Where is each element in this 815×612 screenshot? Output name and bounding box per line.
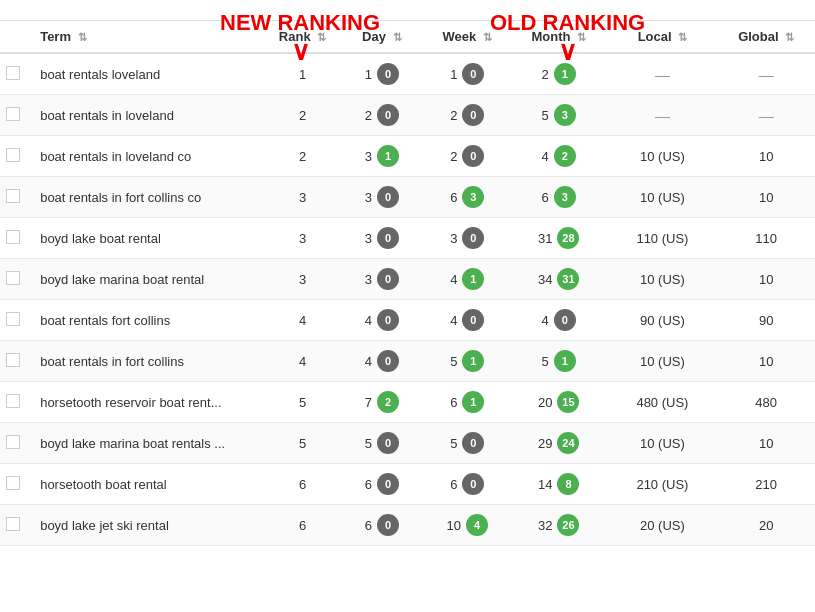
row-checkbox-cell — [0, 95, 34, 136]
row-day: 60 — [339, 505, 424, 546]
row-month: 3226 — [510, 505, 608, 546]
row-month: 2015 — [510, 382, 608, 423]
table-row: boyd lake boat rental330303128110 (US)11… — [0, 218, 815, 259]
row-day: 40 — [339, 341, 424, 382]
row-month: 53 — [510, 95, 608, 136]
row-checkbox-cell — [0, 136, 34, 177]
row-rank: 3 — [266, 218, 339, 259]
row-local: 10 (US) — [608, 259, 718, 300]
row-rank: 3 — [266, 177, 339, 218]
table-row: boat rentals in loveland co231204210 (US… — [0, 136, 815, 177]
row-checkbox-cell — [0, 218, 34, 259]
new-ranking-label: NEW RANKING ∨ — [220, 10, 380, 64]
row-rank: 5 — [266, 382, 339, 423]
row-day: 30 — [339, 259, 424, 300]
row-global: 10 — [717, 423, 815, 464]
row-week: 63 — [425, 177, 510, 218]
row-checkbox-cell — [0, 259, 34, 300]
row-week: 40 — [425, 300, 510, 341]
table-row: horsetooth reservoir boat rent...5726120… — [0, 382, 815, 423]
row-checkbox[interactable] — [6, 517, 20, 531]
table-row: boat rentals fort collins440404090 (US)9… — [0, 300, 815, 341]
col-header-check — [0, 21, 34, 54]
row-term: boat rentals in loveland — [34, 95, 266, 136]
row-global: 90 — [717, 300, 815, 341]
row-checkbox-cell — [0, 53, 34, 95]
row-local: 20 (US) — [608, 505, 718, 546]
row-term: boyd lake marina boat rental — [34, 259, 266, 300]
row-rank: 6 — [266, 464, 339, 505]
row-week: 61 — [425, 382, 510, 423]
row-day: 50 — [339, 423, 424, 464]
row-checkbox[interactable] — [6, 271, 20, 285]
table-row: horsetooth boat rental66060148210 (US)21… — [0, 464, 815, 505]
row-rank: 6 — [266, 505, 339, 546]
row-rank: 4 — [266, 341, 339, 382]
row-global: 210 — [717, 464, 815, 505]
row-checkbox-cell — [0, 423, 34, 464]
table-row: boat rentals in fort collins440515110 (U… — [0, 341, 815, 382]
table-row: boyd lake marina boat rental33041343110 … — [0, 259, 815, 300]
row-checkbox[interactable] — [6, 312, 20, 326]
row-day: 30 — [339, 218, 424, 259]
row-week: 20 — [425, 95, 510, 136]
row-global: — — [717, 95, 815, 136]
row-term: horsetooth boat rental — [34, 464, 266, 505]
row-local: 10 (US) — [608, 341, 718, 382]
row-checkbox[interactable] — [6, 189, 20, 203]
row-local: 10 (US) — [608, 136, 718, 177]
row-global: 480 — [717, 382, 815, 423]
row-checkbox[interactable] — [6, 148, 20, 162]
rankings-table: Term ⇅ Rank ⇅ Day ⇅ Week ⇅ Month ⇅ Local… — [0, 20, 815, 546]
row-local: 110 (US) — [608, 218, 718, 259]
row-checkbox[interactable] — [6, 230, 20, 244]
row-checkbox[interactable] — [6, 353, 20, 367]
row-month: 63 — [510, 177, 608, 218]
row-global: 10 — [717, 177, 815, 218]
row-week: 41 — [425, 259, 510, 300]
row-term: boat rentals in fort collins co — [34, 177, 266, 218]
row-checkbox[interactable] — [6, 394, 20, 408]
row-checkbox[interactable] — [6, 66, 20, 80]
row-checkbox[interactable] — [6, 476, 20, 490]
row-global: — — [717, 53, 815, 95]
row-day: 20 — [339, 95, 424, 136]
table-header-row: Term ⇅ Rank ⇅ Day ⇅ Week ⇅ Month ⇅ Local… — [0, 21, 815, 54]
row-term: boyd lake boat rental — [34, 218, 266, 259]
row-checkbox[interactable] — [6, 107, 20, 121]
row-term: boyd lake marina boat rentals ... — [34, 423, 266, 464]
row-rank: 3 — [266, 259, 339, 300]
row-term: boat rentals fort collins — [34, 300, 266, 341]
row-term: boat rentals in fort collins — [34, 341, 266, 382]
header-area: NEW RANKING ∨ OLD RANKING ∨ — [0, 0, 815, 20]
row-day: 60 — [339, 464, 424, 505]
row-checkbox[interactable] — [6, 435, 20, 449]
row-day: 40 — [339, 300, 424, 341]
old-ranking-label: OLD RANKING ∨ — [490, 10, 645, 64]
row-local: 480 (US) — [608, 382, 718, 423]
row-day: 72 — [339, 382, 424, 423]
row-day: 31 — [339, 136, 424, 177]
row-week: 50 — [425, 423, 510, 464]
row-month: 3128 — [510, 218, 608, 259]
row-global: 20 — [717, 505, 815, 546]
table-row: boyd lake jet ski rental660104322620 (US… — [0, 505, 815, 546]
row-week: 30 — [425, 218, 510, 259]
row-checkbox-cell — [0, 300, 34, 341]
row-local: 90 (US) — [608, 300, 718, 341]
row-term: boyd lake jet ski rental — [34, 505, 266, 546]
row-global: 110 — [717, 218, 815, 259]
row-month: 148 — [510, 464, 608, 505]
row-checkbox-cell — [0, 382, 34, 423]
table-row: boat rentals loveland1101021—— — [0, 53, 815, 95]
row-local: — — [608, 95, 718, 136]
table-row: boyd lake marina boat rentals ...5505029… — [0, 423, 815, 464]
row-local: 210 (US) — [608, 464, 718, 505]
row-week: 60 — [425, 464, 510, 505]
col-header-global[interactable]: Global ⇅ — [717, 21, 815, 54]
row-checkbox-cell — [0, 341, 34, 382]
row-week: 51 — [425, 341, 510, 382]
table-row: boat rentals in fort collins co330636310… — [0, 177, 815, 218]
row-rank: 4 — [266, 300, 339, 341]
row-week: 20 — [425, 136, 510, 177]
